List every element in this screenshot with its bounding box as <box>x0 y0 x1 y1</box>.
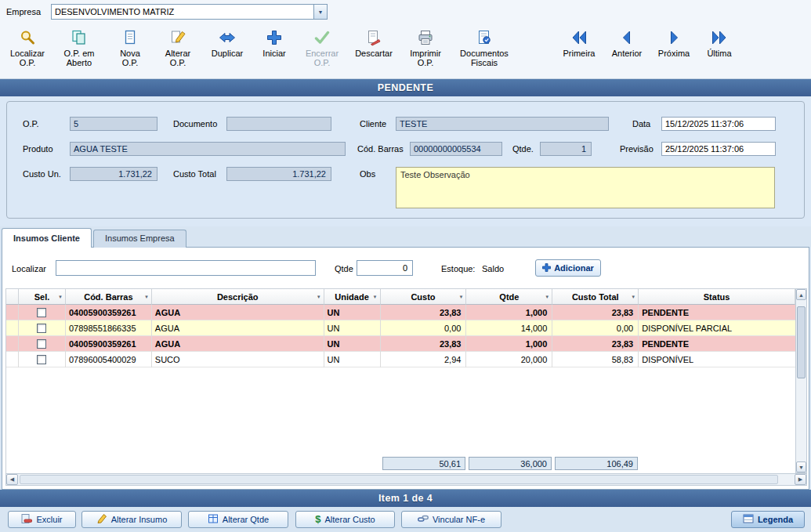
documento-field[interactable] <box>226 117 331 131</box>
tab-insumos-cliente[interactable]: Insumos Cliente <box>2 228 92 248</box>
duplicar-button[interactable]: Duplicar <box>204 26 251 60</box>
proxima-button[interactable]: Próxima <box>652 26 696 60</box>
op-field[interactable]: 5 <box>70 117 157 131</box>
row-checkbox[interactable] <box>37 324 46 333</box>
row-checkbox[interactable] <box>37 355 46 364</box>
filter-dropdown-icon[interactable]: ▼ <box>458 295 463 299</box>
anterior-button[interactable]: Anterior <box>605 26 649 60</box>
documentos-fiscais-button[interactable]: Documentos Fiscais <box>453 26 516 69</box>
grid-row[interactable]: 07896005400029SUCOUN2,9420,00058,83DISPO… <box>6 352 795 367</box>
filter-dropdown-icon[interactable]: ▼ <box>631 295 635 299</box>
grid-row[interactable]: 07898551866335AGUAUN0,0014,0000,00DISPON… <box>6 320 795 336</box>
new-document-icon <box>121 27 139 48</box>
documento-label: Documento <box>173 119 217 130</box>
legend-icon <box>743 513 754 526</box>
qtde-field[interactable]: 1 <box>540 142 592 156</box>
v-scrollbar[interactable]: ▲ ▼ <box>795 288 807 473</box>
grid-row[interactable]: 04005900359261AGUAUN23,831,00023,83PENDE… <box>6 336 795 352</box>
cell-qtde: 1,000 <box>466 336 552 352</box>
cell-custo-total: 23,83 <box>552 305 639 320</box>
cell-status: DISPONÍVEL <box>639 352 795 367</box>
data-field[interactable]: 15/12/2025 11:37:06 <box>661 117 776 131</box>
empresa-combobox[interactable]: DESENVOLVIMENTO MATRIZ ▼ <box>51 4 328 20</box>
op-label: O.P. <box>23 119 39 130</box>
scroll-right-icon[interactable]: ▶ <box>795 474 806 485</box>
col-header-sel[interactable]: Sel.▼ <box>19 289 66 305</box>
row-checkbox[interactable] <box>37 339 46 349</box>
h-scroll-thumb[interactable] <box>20 475 778 484</box>
localizar-op-button[interactable]: Localizar O.P. <box>5 26 50 69</box>
printer-icon <box>417 27 434 48</box>
alterar-insumo-button[interactable]: Alterar Insumo <box>81 511 182 528</box>
cell-cod-barras: 07896005400029 <box>66 352 152 367</box>
cliente-field[interactable]: TESTE <box>396 117 609 131</box>
obs-field[interactable]: Teste Observação <box>396 167 775 208</box>
data-label: Data <box>632 119 650 130</box>
alterar-op-button[interactable]: Alterar O.P. <box>155 26 201 69</box>
alterar-qtde-button[interactable]: Alterar Qtde <box>188 511 288 528</box>
vincular-nfe-button[interactable]: Vincular NF-e <box>401 511 501 528</box>
custo-total-field[interactable]: 1.731,22 <box>226 167 331 181</box>
cell-descricao: AGUA <box>152 305 324 320</box>
custo-un-field[interactable]: 1.731,22 <box>70 167 157 181</box>
previsao-label: Previsão <box>620 144 654 155</box>
primeira-button[interactable]: Primeira <box>556 26 602 60</box>
action-bar: Excluir Alterar Insumo Alterar Qtde $ Al… <box>0 507 811 532</box>
cliente-label: Cliente <box>360 119 386 130</box>
app-window: Empresa DESENVOLVIMENTO MATRIZ ▼ Localiz… <box>0 0 811 532</box>
cod-barras-field[interactable]: 00000000005534 <box>410 142 502 156</box>
iniciar-button[interactable]: Iniciar <box>254 26 295 60</box>
localizar-input[interactable] <box>56 260 316 276</box>
filter-dropdown-icon[interactable]: ▼ <box>545 295 549 299</box>
ultima-button[interactable]: Última <box>699 26 740 60</box>
tab-insumos-empresa[interactable]: Insumos Empresa <box>93 230 186 248</box>
v-scroll-thumb[interactable] <box>797 306 806 378</box>
scroll-up-icon[interactable]: ▲ <box>796 289 806 300</box>
cell-cod-barras: 07898551866335 <box>66 320 152 336</box>
filter-dropdown-icon[interactable]: ▼ <box>58 295 63 299</box>
cell-qtde: 1,000 <box>466 305 552 320</box>
row-checkbox[interactable] <box>37 308 46 317</box>
grid-body: 04005900359261AGUAUN23,831,00023,83PENDE… <box>6 305 795 367</box>
total-custo-total: 106,49 <box>555 457 638 470</box>
qtde-search-input[interactable]: 0 <box>357 260 413 276</box>
obs-label: Obs <box>360 169 375 180</box>
grid-row[interactable]: 04005900359261AGUAUN23,831,00023,83PENDE… <box>6 305 795 320</box>
col-header-cod-barras[interactable]: Cód. Barras▼ <box>66 289 152 305</box>
col-header-custo[interactable]: Custo▼ <box>381 289 467 305</box>
empresa-label: Empresa <box>6 7 41 16</box>
estoque-label: Estoque: <box>441 264 475 273</box>
col-header-status[interactable]: Status <box>639 289 795 305</box>
row-select-cell <box>19 305 66 320</box>
col-header-custo-total[interactable]: Custo Total▼ <box>552 289 639 305</box>
col-header-descricao[interactable]: Descrição▼ <box>152 289 324 305</box>
h-scrollbar[interactable]: ◀ ▶ <box>5 473 807 486</box>
previsao-field[interactable]: 25/12/2025 11:37:06 <box>661 142 776 156</box>
status-title-bar: PENDENTE <box>0 79 811 96</box>
filter-dropdown-icon[interactable]: ▼ <box>317 295 321 299</box>
previous-arrow-icon <box>618 27 635 48</box>
adicionar-button[interactable]: Adicionar <box>535 259 601 277</box>
custo-un-label: Custo Un. <box>23 169 61 180</box>
col-header-unidade[interactable]: Unidade▼ <box>324 289 381 305</box>
open-orders-icon <box>71 27 88 48</box>
produto-field[interactable]: AGUA TESTE <box>70 142 346 156</box>
custo-total-label: Custo Total <box>173 169 216 180</box>
nova-op-button[interactable]: Nova O.P. <box>108 26 152 69</box>
excluir-button[interactable]: Excluir <box>8 511 76 528</box>
qtde-search-label: Qtde <box>335 264 353 273</box>
filter-dropdown-icon[interactable]: ▼ <box>144 295 149 299</box>
legenda-button[interactable]: Legenda <box>731 511 805 528</box>
descartar-button[interactable]: Descartar <box>349 26 398 60</box>
quantity-table-icon <box>208 513 219 526</box>
imprimir-op-button[interactable]: Imprimir O.P. <box>401 26 450 69</box>
cell-cod-barras: 04005900359261 <box>66 336 152 352</box>
alterar-custo-button[interactable]: $ Alterar Custo <box>295 511 395 528</box>
scroll-down-icon[interactable]: ▼ <box>796 461 806 472</box>
chevron-down-icon[interactable]: ▼ <box>313 5 327 19</box>
filter-dropdown-icon[interactable]: ▼ <box>373 295 378 299</box>
scroll-left-icon[interactable]: ◀ <box>6 474 18 485</box>
op-em-aberto-button[interactable]: O.P. em Aberto <box>53 26 105 69</box>
last-arrow-icon <box>711 27 728 48</box>
col-header-qtde[interactable]: Qtde▼ <box>466 289 552 305</box>
